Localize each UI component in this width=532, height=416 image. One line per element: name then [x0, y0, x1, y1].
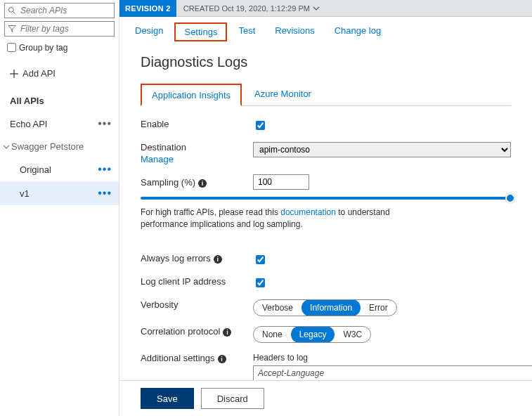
content-area: Diagnostics Logs Application Insights Az…	[119, 46, 532, 380]
slider-thumb[interactable]	[505, 193, 515, 203]
manage-link[interactable]: Manage	[141, 154, 253, 164]
main-panel: REVISION 2 CREATED Oct 19, 2020, 1:12:29…	[119, 0, 532, 416]
search-apis-input[interactable]	[19, 5, 111, 16]
correlation-protocol-label: Correlation protocoli	[141, 326, 253, 337]
search-apis-field[interactable]	[4, 3, 115, 18]
correlation-pill-group: None Legacy W3C	[253, 326, 371, 343]
sampling-slider[interactable]	[141, 197, 511, 200]
headers-to-log-label: Headers to log	[253, 353, 532, 363]
correlation-w3c[interactable]: W3C	[335, 326, 370, 343]
destination-select[interactable]: apim-contoso	[253, 142, 511, 157]
page-title: Diagnostics Logs	[141, 54, 511, 70]
tab-revisions[interactable]: Revisions	[266, 22, 323, 41]
plus-icon	[10, 70, 18, 78]
filter-tags-field[interactable]	[4, 21, 115, 37]
verbosity-error[interactable]: Error	[361, 299, 396, 316]
sidebar-item-echo-api[interactable]: Echo API •••	[0, 112, 119, 136]
sidebar-item-all-apis[interactable]: All APIs	[0, 90, 119, 112]
add-api-button[interactable]: Add API	[10, 68, 119, 79]
always-log-errors-label: Always log errorsi	[141, 253, 253, 264]
verbosity-label: Verbosity	[141, 299, 253, 310]
original-menu-icon[interactable]: •••	[98, 163, 112, 176]
info-icon[interactable]: i	[223, 328, 231, 337]
sampling-help-text: For high traffic APIs, please read this …	[141, 207, 436, 230]
filter-icon	[8, 25, 16, 33]
v1-label: v1	[20, 188, 30, 199]
group-by-tag-toggle[interactable]: Group by tag	[4, 41, 115, 54]
tab-changelog[interactable]: Change log	[326, 22, 390, 41]
info-icon[interactable]: i	[214, 255, 222, 264]
always-log-errors-checkbox[interactable]	[256, 255, 265, 264]
tab-bar: Design Settings Test Revisions Change lo…	[119, 17, 532, 46]
verbosity-pill-group: Verbose Information Error	[253, 299, 397, 316]
svg-line-1	[13, 12, 15, 14]
subtab-application-insights[interactable]: Application Insights	[141, 84, 242, 106]
group-by-tag-label: Group by tag	[19, 43, 67, 53]
subtab-bar: Application Insights Azure Monitor	[141, 83, 511, 106]
tab-settings[interactable]: Settings	[174, 22, 227, 41]
documentation-link[interactable]: documentation	[280, 207, 336, 217]
echo-api-label: Echo API	[10, 119, 47, 129]
chevron-down-icon	[313, 6, 320, 11]
filter-tags-input[interactable]	[19, 23, 111, 34]
sidebar-item-v1[interactable]: v1 •••	[0, 181, 119, 205]
info-icon[interactable]: i	[218, 355, 226, 363]
add-api-label: Add API	[22, 68, 56, 79]
revision-created-text: CREATED Oct 19, 2020, 1:12:29 PM	[183, 4, 310, 13]
log-client-ip-checkbox[interactable]	[256, 278, 265, 287]
footer-bar: Save Discard	[119, 380, 532, 416]
revision-bar: REVISION 2 CREATED Oct 19, 2020, 1:12:29…	[119, 0, 532, 17]
subtab-azure-monitor[interactable]: Azure Monitor	[245, 84, 321, 106]
verbosity-information[interactable]: Information	[301, 299, 361, 316]
additional-settings-label: Additional settingsi	[141, 353, 253, 363]
search-icon	[8, 6, 16, 15]
headers-to-log-input[interactable]	[253, 365, 532, 380]
group-by-tag-checkbox[interactable]	[7, 43, 16, 52]
sidebar-item-original[interactable]: Original •••	[0, 157, 119, 181]
svg-marker-2	[8, 26, 16, 32]
log-client-ip-label: Log client IP address	[141, 276, 253, 287]
swagger-petstore-label: Swagger Petstore	[11, 141, 84, 152]
all-apis-label: All APIs	[10, 96, 44, 106]
revision-created[interactable]: CREATED Oct 19, 2020, 1:12:29 PM	[183, 4, 320, 13]
sidebar-group-swagger-petstore[interactable]: Swagger Petstore	[0, 136, 119, 157]
correlation-none[interactable]: None	[254, 326, 291, 343]
info-icon[interactable]: i	[198, 179, 207, 188]
enable-checkbox[interactable]	[256, 121, 265, 130]
original-label: Original	[20, 164, 51, 175]
revision-badge: REVISION 2	[119, 0, 176, 17]
destination-label-block: Destination Manage	[141, 142, 253, 164]
sampling-label: Sampling (%)i	[141, 177, 253, 188]
tab-design[interactable]: Design	[126, 22, 171, 41]
destination-label: Destination	[141, 142, 186, 152]
svg-point-0	[9, 8, 14, 13]
tab-test[interactable]: Test	[230, 22, 264, 41]
discard-button[interactable]: Discard	[201, 388, 264, 409]
echo-api-menu-icon[interactable]: •••	[98, 117, 112, 130]
v1-menu-icon[interactable]: •••	[98, 187, 112, 200]
sidebar: Group by tag Add API All APIs Echo API •…	[0, 0, 119, 416]
enable-label: Enable	[141, 119, 253, 129]
verbosity-verbose[interactable]: Verbose	[254, 299, 301, 316]
save-button[interactable]: Save	[141, 388, 194, 409]
chevron-down-icon	[3, 143, 10, 150]
correlation-legacy[interactable]: Legacy	[291, 326, 335, 343]
sampling-input[interactable]	[253, 174, 309, 190]
